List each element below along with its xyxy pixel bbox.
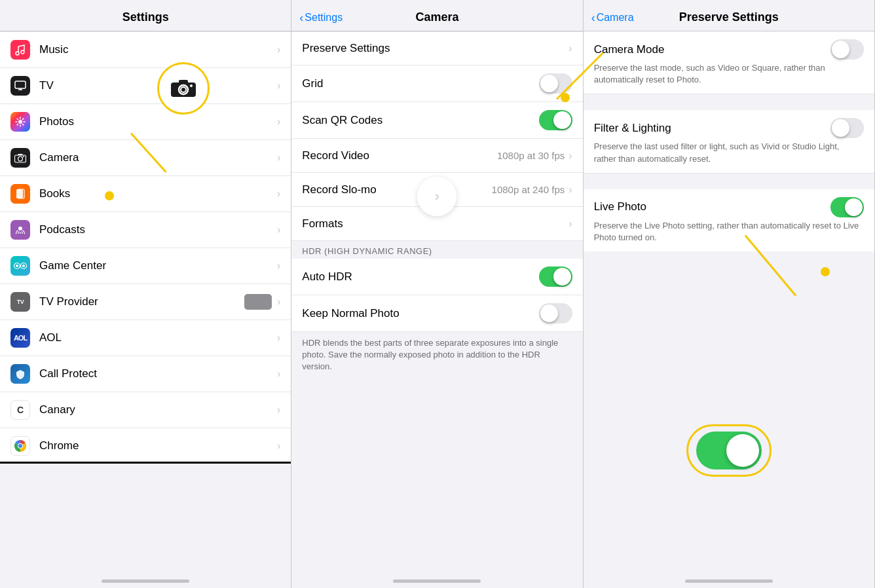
camera-back-chevron: ‹ [299,10,303,24]
podcasts-icon [10,220,30,240]
tv-label: TV [39,79,277,92]
hdr-footer: HDR blends the best parts of three separ… [291,332,582,384]
settings-title: Settings [122,10,169,24]
svg-rect-5 [15,81,26,88]
music-label: Music [39,43,277,56]
settings-item-callprotect[interactable]: Call Protect › [0,356,291,392]
keep-normal-toggle-knob [540,304,558,322]
chrome-underline [0,462,291,464]
camera-scan-qr[interactable]: Scan QR Codes [291,102,582,139]
grid-label: Grid [302,77,538,90]
podcasts-chevron: › [277,224,280,236]
svg-point-13 [20,232,21,234]
divider-space [584,94,874,110]
camera-mode-knob [832,41,849,58]
chrome-chevron: › [277,440,280,452]
svg-point-8 [18,156,23,161]
filter-lighting-desc: Preserve the last used filter or light, … [594,141,864,164]
svg-point-12 [18,227,22,230]
settings-item-photos[interactable]: Photos › [0,104,291,140]
preserve-filter-lighting: Filter & Lighting Preserve the last used… [584,110,874,173]
settings-list: Music › TV › [0,31,291,574]
books-label: Books [39,187,277,200]
settings-panel: Settings Music › [0,0,291,588]
settings-item-music[interactable]: Music › [0,31,291,68]
settings-item-canary[interactable]: C Canary › [0,392,291,428]
tvprovider-icon: TV [10,292,30,312]
books-icon [10,184,30,204]
preserve-settings-list: Camera Mode Preserve the last mode, such… [584,31,874,574]
tvprovider-label: TV Provider [39,295,244,308]
keep-normal-toggle[interactable] [539,303,572,323]
grid-toggle-knob [540,75,558,92]
hdr-section-header: HDR (HIGH DYNAMIC RANGE) [291,241,582,259]
auto-hdr-toggle[interactable] [539,266,572,287]
camera-grid[interactable]: Grid [291,65,582,102]
gamecenter-label: Game Center [39,259,277,272]
callprotect-label: Call Protect [39,367,277,380]
bottom-indicator-2 [291,574,582,588]
settings-item-books[interactable]: Books › [0,176,291,212]
record-slomo-label: Record Slo-mo [302,183,491,196]
preserve-back-chevron: ‹ [591,10,595,24]
filter-lighting-label: Filter & Lighting [594,122,671,135]
gamecenter-chevron: › [277,260,280,272]
grid-toggle[interactable] [539,73,572,94]
svg-point-17 [22,265,25,267]
photos-label: Photos [39,115,277,128]
live-photo-label: Live Photo [594,200,646,213]
record-video-value: 1080p at 30 fps [497,150,565,161]
camera-preserve-settings[interactable]: Preserve Settings › [291,31,582,65]
camera-auto-hdr[interactable]: Auto HDR [291,259,582,295]
preserve-back-button[interactable]: ‹ Camera [591,10,634,24]
record-video-chevron: › [568,150,572,162]
canary-chevron: › [277,404,280,416]
settings-item-camera[interactable]: Camera › [0,140,291,176]
camera-mode-toggle[interactable] [830,39,864,60]
svg-point-16 [16,265,18,267]
camera-record-slomo[interactable]: Record Slo-mo 1080p at 240 fps › [291,173,582,207]
filter-lighting-toggle[interactable] [830,118,864,138]
photos-chevron: › [277,116,280,128]
music-chevron: › [277,44,280,56]
callprotect-chevron: › [277,368,280,380]
camera-formats[interactable]: Formats › [291,207,582,241]
record-slomo-chevron: › [568,184,572,196]
settings-item-aol[interactable]: AOL AOL › [0,320,291,356]
camera-keep-normal[interactable]: Keep Normal Photo [291,295,582,332]
preserve-settings-chevron: › [568,43,572,54]
filter-lighting-knob [832,119,849,137]
live-photo-toggle[interactable] [830,197,864,217]
svg-point-20 [18,444,22,448]
preserve-header: ‹ Camera Preserve Settings [584,0,874,31]
camera-icon [10,148,30,168]
settings-header: Settings [0,0,291,31]
home-indicator-2 [393,579,481,583]
scan-qr-label: Scan QR Codes [302,114,538,127]
settings-item-podcasts[interactable]: Podcasts › [0,212,291,248]
camera-record-video[interactable]: Record Video 1080p at 30 fps › [291,139,582,173]
tvprovider-chevron: › [277,296,280,308]
preserve-live-photo: Live Photo Preserve the Live Photo setti… [584,189,874,251]
scan-qr-toggle[interactable] [539,110,572,130]
live-photo-knob [845,198,863,216]
tvprovider-badge [244,294,272,310]
chrome-label: Chrome [39,439,277,452]
settings-item-tv[interactable]: TV › [0,68,291,104]
settings-item-tvprovider[interactable]: TV TV Provider › [0,284,291,320]
divider-space-2 [584,174,874,189]
camera-back-button[interactable]: ‹ Settings [299,10,343,24]
settings-item-gamecenter[interactable]: Game Center › [0,248,291,284]
camera-chevron: › [277,152,280,164]
photos-icon [10,112,30,132]
preserve-panel: ‹ Camera Preserve Settings Camera Mode P… [584,0,875,588]
camera-panel: ‹ Settings Camera › Preserve Settings › … [291,0,583,588]
callprotect-icon [10,364,30,384]
home-indicator-1 [102,579,189,583]
bottom-indicator-1 [0,574,291,588]
music-icon [10,40,30,60]
canary-icon: C [10,400,30,420]
camera-settings-list: Preserve Settings › Grid Scan QR Codes R… [291,31,582,574]
settings-item-chrome[interactable]: Chrome › [0,428,291,464]
auto-hdr-toggle-knob [553,268,571,285]
